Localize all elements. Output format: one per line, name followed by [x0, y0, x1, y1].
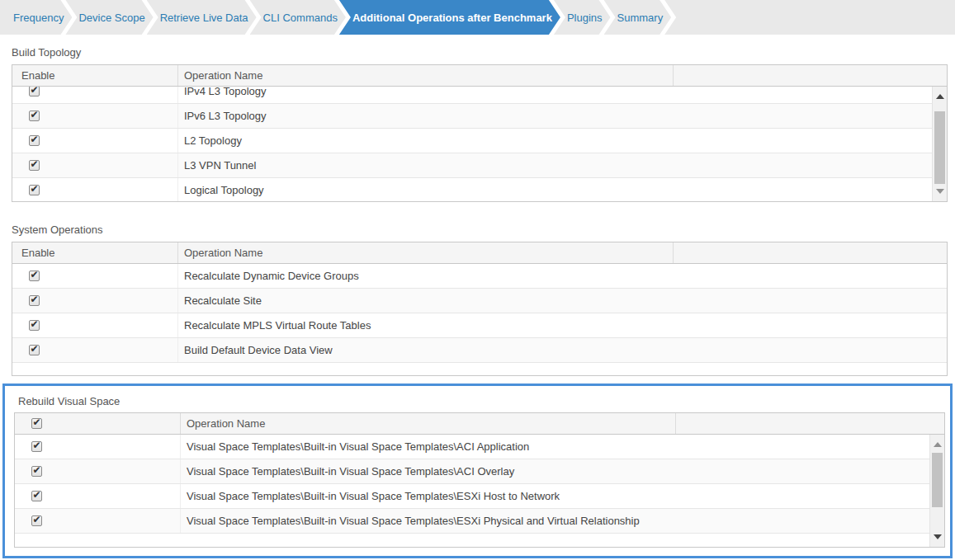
enable-checkbox[interactable]	[29, 320, 40, 331]
enable-cell	[12, 129, 178, 153]
operation-name: L3 VPN Tunnel	[178, 159, 256, 172]
enable-cell	[12, 104, 178, 128]
enable-checkbox[interactable]	[29, 345, 40, 355]
operation-name-column-header: Operation Name	[178, 242, 674, 263]
triangle-up-icon	[934, 442, 942, 447]
scrollbar-thumb[interactable]	[934, 111, 945, 184]
scroll-down-button[interactable]	[930, 530, 944, 544]
enable-cell	[12, 153, 178, 177]
enable-cell	[12, 87, 178, 103]
enable-cell	[12, 338, 178, 362]
operation-name: IPv4 L3 Topology	[178, 87, 267, 97]
tab-device-scope[interactable]: Device Scope	[65, 0, 153, 35]
operation-name: Recalculate MPLS Virtual Route Tables	[178, 319, 371, 332]
enable-cell	[12, 289, 178, 313]
build-topology-table: Enable Operation Name IPv4 L3 Topology I…	[12, 64, 948, 202]
operation-name: Visual Space Templates\Built-in Visual S…	[181, 440, 529, 453]
triangle-down-icon	[936, 189, 944, 194]
empty-column-header	[674, 242, 947, 263]
table-row[interactable]: Recalculate Dynamic Device Groups	[12, 264, 947, 289]
checkmark-icon	[32, 515, 40, 525]
scroll-up-button[interactable]	[933, 90, 947, 103]
operation-name: Recalculate Site	[178, 294, 262, 307]
rebuild-visual-space-table-body: Visual Space Templates\Built-in Visual S…	[15, 435, 944, 547]
operation-name: Recalculate Dynamic Device Groups	[178, 270, 359, 282]
operation-name-column-header: Operation Name	[178, 65, 674, 86]
tab-bar-filler	[664, 0, 955, 35]
table-row[interactable]: Recalculate MPLS Virtual Route Tables	[12, 313, 947, 338]
enable-checkbox[interactable]	[31, 515, 42, 526]
rebuild-visual-space-highlight-box: Rebuild Visual Space Operation Name Visu…	[2, 384, 953, 558]
table-row[interactable]: Visual Space Templates\Built-in Visual S…	[15, 509, 929, 534]
table-row[interactable]: Visual Space Templates\Built-in Visual S…	[15, 459, 929, 484]
scroll-down-button[interactable]	[933, 185, 947, 198]
vertical-scrollbar[interactable]	[932, 87, 947, 201]
enable-checkbox[interactable]	[29, 295, 40, 306]
table-row[interactable]: Visual Space Templates\Built-in Visual S…	[15, 484, 929, 509]
enable-cell	[15, 509, 181, 533]
build-topology-table-header: Enable Operation Name	[12, 65, 947, 87]
empty-column-header	[674, 65, 947, 86]
operation-name-column-header: Operation Name	[181, 413, 676, 434]
enable-checkbox[interactable]	[29, 185, 40, 195]
vertical-scrollbar[interactable]	[929, 435, 944, 547]
checkmark-icon	[32, 466, 40, 475]
tab-retrieve-live-data[interactable]: Retrieve Live Data	[147, 0, 257, 35]
table-row[interactable]: Logical Topology	[12, 178, 932, 201]
checkmark-icon	[30, 295, 38, 304]
system-operations-table-header: Enable Operation Name	[12, 242, 947, 264]
operation-name: Logical Topology	[178, 184, 264, 196]
operation-name: Visual Space Templates\Built-in Visual S…	[181, 515, 640, 527]
table-row[interactable]: Visual Space Templates\Built-in Visual S…	[15, 435, 929, 459]
enable-cell	[12, 178, 178, 201]
tab-summary[interactable]: Summary	[604, 0, 672, 35]
operation-name: IPv6 L3 Topology	[178, 110, 267, 122]
checkmark-icon	[30, 320, 38, 329]
table-row[interactable]: Build Default Device Data View	[12, 338, 947, 363]
wizard-tab-bar: Frequency Device Scope Retrieve Live Dat…	[0, 0, 955, 35]
checkmark-icon	[30, 271, 38, 280]
triangle-up-icon	[936, 94, 944, 99]
tab-cli-commands[interactable]: CLI Commands	[250, 0, 346, 35]
tab-plugins[interactable]: Plugins	[554, 0, 611, 35]
enable-checkbox[interactable]	[29, 160, 40, 171]
enable-column-header: Enable	[12, 242, 178, 263]
enable-cell	[12, 264, 178, 288]
scrollbar-thumb[interactable]	[932, 453, 943, 507]
system-operations-table-body: Recalculate Dynamic Device Groups Recalc…	[12, 264, 947, 375]
empty-column-header	[676, 413, 944, 434]
enable-checkbox[interactable]	[31, 491, 42, 501]
rebuild-visual-space-section-title: Rebuild Visual Space	[18, 395, 948, 407]
checkmark-icon	[30, 185, 38, 194]
enable-cell	[12, 313, 178, 337]
enable-cell	[15, 435, 181, 459]
select-all-checkbox[interactable]	[31, 418, 42, 429]
table-row[interactable]: L2 Topology	[12, 129, 932, 153]
system-operations-section-title: System Operations	[12, 224, 955, 236]
enable-checkbox[interactable]	[29, 111, 40, 121]
tab-additional-operations-after-benchmark[interactable]: Additional Operations after Benchmark	[339, 0, 560, 35]
table-row[interactable]: L3 VPN Tunnel	[12, 153, 932, 178]
build-topology-table-body: IPv4 L3 Topology IPv6 L3 Topology L2 Top…	[12, 87, 947, 201]
table-row[interactable]: IPv6 L3 Topology	[12, 104, 932, 129]
checkmark-icon	[30, 87, 38, 95]
rebuild-visual-space-table: Operation Name Visual Space Templates\Bu…	[14, 412, 945, 548]
table-row[interactable]: Recalculate Site	[12, 289, 947, 313]
enable-checkbox[interactable]	[29, 271, 40, 281]
operation-name: Visual Space Templates\Built-in Visual S…	[181, 465, 514, 478]
checkmark-icon	[30, 345, 38, 354]
checkmark-icon	[30, 111, 38, 120]
triangle-down-icon	[934, 534, 942, 539]
enable-checkbox[interactable]	[31, 466, 42, 477]
table-row[interactable]: IPv4 L3 Topology	[12, 87, 932, 104]
tab-frequency[interactable]: Frequency	[0, 0, 72, 35]
enable-column-header: Enable	[12, 65, 178, 86]
enable-cell	[15, 459, 181, 483]
enable-cell	[15, 484, 181, 508]
enable-checkbox[interactable]	[29, 87, 40, 96]
checkmark-icon	[32, 418, 40, 427]
enable-checkbox[interactable]	[31, 441, 42, 452]
enable-checkbox[interactable]	[29, 135, 40, 146]
operation-name: Build Default Device Data View	[178, 344, 333, 356]
scroll-up-button[interactable]	[930, 438, 944, 451]
